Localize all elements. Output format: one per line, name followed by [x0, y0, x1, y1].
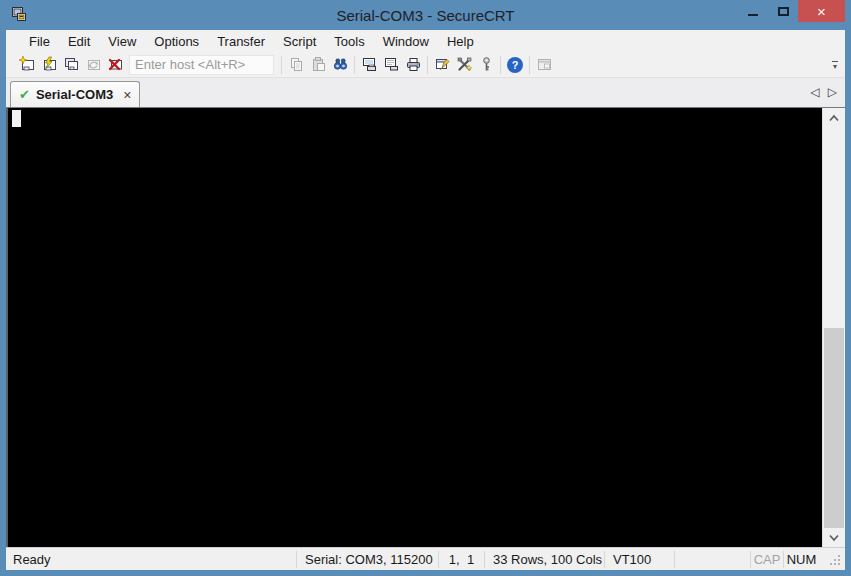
toolbar-separator	[281, 56, 282, 74]
menu-view[interactable]: View	[99, 32, 145, 51]
global-options-button[interactable]	[453, 54, 475, 76]
reconnect-icon	[85, 56, 102, 73]
chevron-up-icon	[828, 114, 840, 122]
connect-in-tab-icon	[63, 56, 80, 73]
status-num-indicator: NUM	[783, 551, 819, 568]
scroll-down-button[interactable]	[823, 528, 845, 547]
terminal-cursor	[12, 110, 21, 127]
menu-script[interactable]: Script	[274, 32, 325, 51]
print-screen-icon	[361, 56, 378, 73]
menu-options[interactable]: Options	[145, 32, 208, 51]
minimize-button[interactable]	[738, 0, 768, 22]
status-bar: Ready Serial: COM3, 115200 1, 1 33 Rows,…	[6, 547, 845, 570]
status-emulation: VT100	[604, 551, 674, 568]
maximize-icon	[778, 7, 789, 16]
minimize-icon	[748, 14, 758, 16]
copy-button[interactable]	[285, 54, 307, 76]
menu-file[interactable]: File	[20, 32, 59, 51]
toolbar-separator	[529, 56, 530, 74]
tab-close-button[interactable]: ×	[123, 88, 131, 102]
session-manager-icon	[536, 56, 553, 73]
chevron-down-icon: ▾	[833, 64, 837, 69]
print-icon	[405, 56, 422, 73]
status-ready: Ready	[6, 551, 296, 568]
scrollbar-thumb[interactable]	[824, 328, 844, 528]
reconnect-button[interactable]	[82, 54, 104, 76]
disconnect-icon	[107, 56, 124, 73]
resize-grip-icon	[829, 554, 841, 566]
session-manager-button[interactable]	[533, 54, 555, 76]
help-button[interactable]: ?	[504, 54, 526, 76]
connect-in-tab-button[interactable]	[60, 54, 82, 76]
host-input[interactable]	[129, 55, 274, 75]
caption-buttons: ×	[738, 0, 845, 22]
print-button[interactable]	[402, 54, 424, 76]
global-options-icon	[456, 56, 473, 73]
toolbar: ? ▾	[6, 52, 845, 78]
status-caps-indicator: CAP	[750, 551, 783, 568]
menu-edit[interactable]: Edit	[59, 32, 99, 51]
session-options-button[interactable]	[431, 54, 453, 76]
connect-button[interactable]	[38, 54, 60, 76]
session-options-icon	[434, 56, 451, 73]
menu-window[interactable]: Window	[374, 32, 438, 51]
help-icon: ?	[507, 57, 523, 73]
find-button[interactable]	[329, 54, 351, 76]
copy-icon	[288, 56, 305, 73]
status-connection: Serial: COM3, 115200	[296, 551, 438, 568]
status-terminal-size: 33 Rows, 100 Cols	[484, 551, 604, 568]
menu-help[interactable]: Help	[438, 32, 483, 51]
scroll-up-button[interactable]	[823, 108, 845, 127]
tab-scroll-controls: ◁ ▷	[811, 85, 837, 99]
print-screen-button[interactable]	[358, 54, 380, 76]
connected-check-icon: ✔	[19, 87, 30, 102]
paste-icon	[310, 56, 327, 73]
quick-connect-button[interactable]	[16, 54, 38, 76]
securecrt-window: Serial-COM3 - SecureCRT × File Edit View…	[0, 0, 851, 576]
paste-button[interactable]	[307, 54, 329, 76]
toolbar-separator	[354, 56, 355, 74]
tab-scroll-left-button[interactable]: ◁	[811, 85, 820, 99]
quick-connect-icon	[19, 56, 36, 73]
tab-serial-com3[interactable]: ✔ Serial-COM3 ×	[10, 81, 140, 107]
window-title: Serial-COM3 - SecureCRT	[0, 7, 851, 24]
window-body: File Edit View Options Transfer Script T…	[0, 30, 851, 576]
menu-bar: File Edit View Options Transfer Script T…	[6, 30, 845, 52]
title-bar[interactable]: Serial-COM3 - SecureCRT ×	[0, 0, 851, 30]
toolbar-overflow-button[interactable]: ▾	[827, 61, 843, 69]
menu-tools[interactable]: Tools	[325, 32, 373, 51]
connect-icon	[41, 56, 58, 73]
disconnect-button[interactable]	[104, 54, 126, 76]
close-button[interactable]: ×	[798, 0, 845, 22]
tab-label: Serial-COM3	[36, 87, 113, 102]
terminal-screen[interactable]	[6, 108, 822, 547]
auto-print-button[interactable]	[380, 54, 402, 76]
menu-transfer[interactable]: Transfer	[208, 32, 274, 51]
chevron-down-icon	[828, 534, 840, 542]
tab-bar: ✔ Serial-COM3 × ◁ ▷	[6, 78, 845, 107]
vertical-scrollbar[interactable]	[822, 108, 845, 547]
maximize-button[interactable]	[768, 0, 798, 22]
key-agent-icon	[478, 56, 495, 73]
status-blank-section	[674, 551, 750, 568]
close-icon: ×	[817, 3, 826, 20]
toolbar-separator	[427, 56, 428, 74]
status-cursor-position: 1, 1	[438, 551, 484, 568]
toolbar-separator	[500, 56, 501, 74]
key-agent-button[interactable]	[475, 54, 497, 76]
resize-grip[interactable]	[819, 550, 845, 570]
find-icon	[332, 56, 349, 73]
tab-scroll-right-button[interactable]: ▷	[828, 85, 837, 99]
auto-print-icon	[383, 56, 400, 73]
terminal-area	[6, 107, 845, 547]
